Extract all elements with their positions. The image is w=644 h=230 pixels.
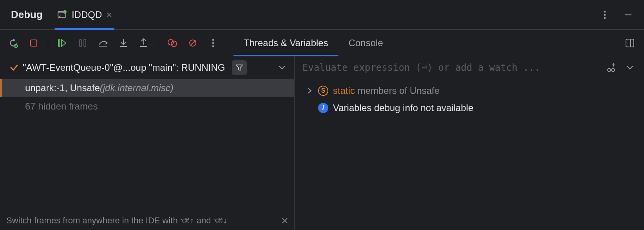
svg-point-15 — [212, 42, 214, 43]
layout-settings-icon[interactable] — [624, 37, 636, 49]
variables-list: S static members of Unsafe i Variables d… — [295, 79, 644, 230]
resume-icon[interactable] — [56, 37, 69, 49]
tip-bar: Switch frames from anywhere in the IDE w… — [0, 211, 294, 230]
frame-location: unpark:-1, Unsafe — [25, 83, 100, 93]
tab-bar: Debug IDDQD — [0, 0, 644, 30]
view-breakpoints-icon[interactable] — [166, 37, 179, 49]
info-row: i Variables debug info not available — [295, 99, 644, 117]
shortcut-key: ⌥⌘↓ — [213, 216, 228, 225]
expand-chevron-icon[interactable] — [306, 88, 313, 94]
pause-icon[interactable] — [76, 37, 89, 49]
filter-frames-icon[interactable] — [232, 60, 247, 75]
thread-label: "AWT-EventQueue-0"@...oup "main": RUNNIN… — [23, 62, 225, 73]
svg-point-2 — [63, 10, 67, 14]
svg-point-4 — [604, 14, 606, 15]
mute-breakpoints-icon[interactable] — [186, 37, 199, 49]
variables-panel: S static members of Unsafe i Variables d… — [295, 56, 644, 230]
separator — [48, 36, 48, 50]
main-split: "AWT-EventQueue-0"@...oup "main": RUNNIN… — [0, 56, 644, 230]
add-watch-icon[interactable] — [605, 61, 617, 74]
tool-window-title: Debug — [4, 9, 50, 21]
tip-mid: and — [197, 216, 211, 226]
run-config-tab[interactable]: IDDQD — [50, 0, 119, 29]
step-into-icon[interactable] — [117, 37, 130, 49]
step-over-icon[interactable] — [97, 37, 109, 49]
svg-point-3 — [604, 11, 606, 12]
svg-rect-10 — [84, 40, 86, 47]
separator — [158, 36, 158, 50]
variable-row[interactable]: S static members of Unsafe — [295, 82, 644, 99]
svg-rect-9 — [80, 40, 81, 47]
thread-dropdown-icon[interactable] — [275, 64, 289, 72]
info-badge-icon: i — [318, 103, 328, 113]
close-tip-icon[interactable] — [282, 217, 288, 224]
svg-point-11 — [168, 40, 174, 45]
static-members-label: members of Unsafe — [355, 85, 440, 96]
svg-point-5 — [604, 17, 606, 18]
hidden-frames-label[interactable]: 67 hidden frames — [0, 97, 294, 112]
svg-point-14 — [212, 39, 214, 40]
tip-text: Switch frames from anywhere in the IDE w… — [6, 216, 178, 226]
evaluate-input[interactable] — [302, 62, 599, 73]
svg-rect-7 — [31, 40, 37, 46]
svg-point-16 — [212, 45, 214, 47]
svg-point-12 — [171, 41, 177, 47]
evaluate-row — [295, 56, 644, 79]
thread-selector[interactable]: "AWT-EventQueue-0"@...oup "main": RUNNIN… — [0, 56, 294, 79]
rerun-icon[interactable] — [7, 37, 20, 49]
frame-row[interactable]: unpark:-1, Unsafe (jdk.internal.misc) — [0, 79, 294, 97]
frames-panel: "AWT-EventQueue-0"@...oup "main": RUNNIN… — [0, 56, 295, 230]
run-config-name: IDDQD — [72, 9, 102, 20]
svg-rect-8 — [58, 40, 60, 47]
tab-threads-variables[interactable]: Threads & Variables — [233, 30, 338, 56]
svg-point-19 — [611, 68, 615, 72]
minimize-icon[interactable] — [622, 9, 635, 21]
close-tab-icon[interactable] — [107, 12, 112, 18]
more-debug-options-icon[interactable] — [207, 37, 219, 49]
tab-console[interactable]: Console — [338, 30, 393, 56]
frame-package: (jdk.internal.misc) — [100, 83, 174, 93]
thread-status-icon — [9, 63, 19, 72]
info-message: Variables debug info not available — [333, 102, 473, 113]
stop-icon[interactable] — [27, 37, 40, 49]
svg-point-18 — [608, 68, 611, 72]
more-options-icon[interactable] — [599, 9, 611, 21]
static-keyword: static — [333, 85, 355, 96]
application-icon — [57, 10, 67, 20]
static-badge-icon: S — [318, 86, 328, 96]
shortcut-key: ⌥⌘↑ — [180, 216, 194, 225]
debug-toolbar: Threads & Variables Console — [0, 30, 644, 56]
step-out-icon[interactable] — [137, 37, 150, 49]
frames-list: unpark:-1, Unsafe (jdk.internal.misc) 67… — [0, 79, 294, 230]
expand-watches-icon[interactable] — [624, 61, 636, 74]
svg-rect-17 — [626, 39, 634, 47]
